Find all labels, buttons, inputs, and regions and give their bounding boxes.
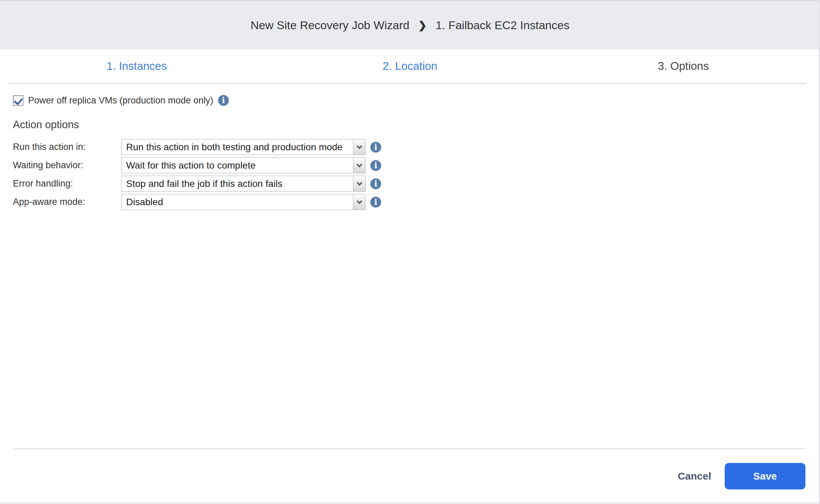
error-handling-row: Error handling: Stop and fail the job if…	[13, 176, 806, 192]
error-handling-select[interactable]: Stop and fail the job if this action fai…	[121, 176, 366, 192]
info-icon[interactable]	[218, 95, 229, 106]
run-action-in-value: Run this action in both testing and prod…	[122, 139, 353, 155]
power-off-checkbox-label: Power off replica VMs (production mode o…	[28, 95, 213, 106]
step-title: 1. Failback EC2 Instances	[435, 19, 569, 32]
tab-instances[interactable]: 1. Instances	[0, 60, 273, 73]
step-tab-bar: 1. Instances 2. Location 3. Options	[0, 49, 820, 83]
app-aware-mode-value: Disabled	[122, 194, 353, 210]
dropdown-arrow-icon[interactable]	[353, 176, 365, 191]
app-aware-mode-label: App-aware mode:	[13, 197, 121, 207]
wizard-header: New Site Recovery Job Wizard ❯ 1. Failba…	[0, 1, 820, 49]
dropdown-arrow-icon[interactable]	[353, 194, 365, 210]
wizard-title: New Site Recovery Job Wizard	[251, 19, 410, 32]
power-off-checkbox[interactable]	[13, 95, 23, 106]
info-icon[interactable]	[370, 160, 381, 171]
waiting-behavior-label: Waiting behavior:	[13, 160, 121, 171]
options-panel: Power off replica VMs (production mode o…	[13, 84, 806, 212]
power-off-row: Power off replica VMs (production mode o…	[13, 95, 806, 106]
action-options-heading: Action options	[13, 119, 806, 131]
action-options-form: Run this action in: Run this action in b…	[13, 139, 806, 210]
save-button[interactable]: Save	[725, 463, 805, 489]
footer-actions: Cancel Save	[678, 463, 805, 489]
dropdown-arrow-icon[interactable]	[353, 158, 365, 173]
waiting-behavior-select[interactable]: Wait for this action to complete	[121, 157, 366, 173]
run-action-in-row: Run this action in: Run this action in b…	[13, 139, 806, 155]
cancel-button[interactable]: Cancel	[678, 470, 711, 482]
run-action-in-label: Run this action in:	[13, 142, 121, 152]
info-icon[interactable]	[370, 197, 381, 208]
window-edge-top	[0, 0, 820, 1]
waiting-behavior-value: Wait for this action to complete	[122, 158, 353, 173]
info-icon[interactable]	[370, 142, 381, 153]
error-handling-value: Stop and fail the job if this action fai…	[122, 176, 353, 191]
footer-divider	[14, 448, 806, 449]
tab-location[interactable]: 2. Location	[273, 60, 547, 73]
run-action-in-select[interactable]: Run this action in both testing and prod…	[121, 139, 366, 155]
wizard-dialog: New Site Recovery Job Wizard ❯ 1. Failba…	[0, 0, 820, 504]
dropdown-arrow-icon[interactable]	[353, 139, 365, 155]
waiting-behavior-row: Waiting behavior: Wait for this action t…	[13, 157, 806, 173]
window-edge-bottom	[0, 502, 820, 504]
breadcrumb-chevron-icon: ❯	[418, 19, 427, 31]
app-aware-mode-select[interactable]: Disabled	[121, 194, 366, 210]
info-icon[interactable]	[370, 178, 381, 189]
window-edge-right	[819, 0, 820, 504]
app-aware-mode-row: App-aware mode: Disabled	[13, 194, 806, 210]
tab-options[interactable]: 3. Options	[547, 60, 820, 73]
error-handling-label: Error handling:	[13, 178, 121, 189]
